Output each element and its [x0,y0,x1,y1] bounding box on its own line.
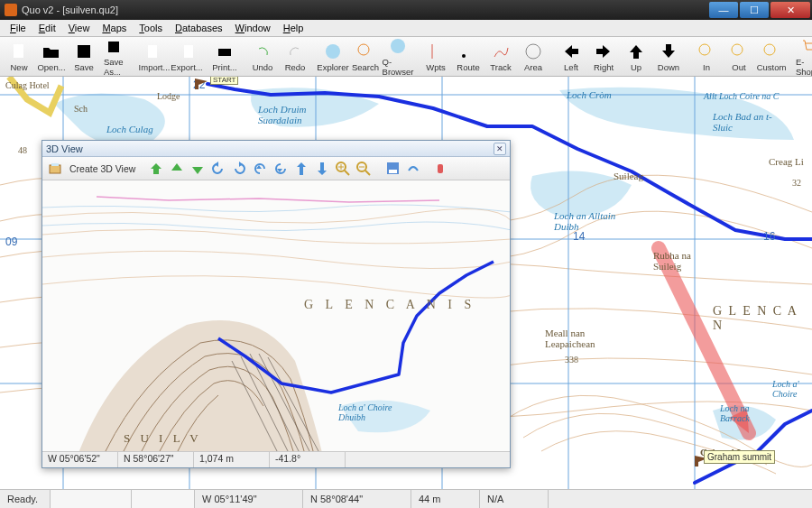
create-3d-view-icon[interactable] [47,161,63,177]
nav-down-icon[interactable] [189,161,206,177]
map-label-culag-hotel: Culag Hotel [5,80,50,90]
menu-maps[interactable]: Maps [96,21,133,35]
toolbar-open-button[interactable]: Open... [36,41,67,73]
map-label-loch-alltain: Loch an Alltain Duibh [554,210,626,232]
window-title: Quo v2 - [suilven.qu2] [22,5,709,15]
zoom-out-icon[interactable] [355,161,372,177]
panel-3d-titlebar[interactable]: 3D View ✕ [42,141,510,157]
elev-up-icon[interactable] [293,161,309,177]
toolbar-out-button[interactable]: Out [724,41,754,73]
menu-tools[interactable]: Tools [133,21,169,35]
map-label-creag-li: Creag Li [769,156,812,167]
svg-rect-0 [14,44,23,58]
create-3d-view-label[interactable]: Create 3D View [69,163,135,174]
toolbar-label: Redo [285,62,306,72]
svg-marker-33 [630,45,642,59]
panel-3d-close-button[interactable]: ✕ [494,143,506,155]
elev-down-icon[interactable] [314,161,330,177]
maximize-button[interactable]: ☐ [740,2,769,18]
toolbar-label: Wpts [426,62,446,72]
map-label-loch-culag: Loch Culag [106,124,153,134]
toolbar-export-button[interactable]: Export... [171,41,202,73]
rotate-right-icon[interactable] [231,161,247,177]
menu-window[interactable]: Window [229,21,277,35]
toolbar-label: Route [457,62,479,72]
toolbar-track-button[interactable]: Track [485,41,516,73]
toolbar-route-button[interactable]: Route [453,41,484,73]
toolbar-in-button[interactable]: In [691,41,722,73]
toolbar-new-button[interactable]: New [4,41,34,73]
svg-rect-66 [51,163,59,166]
svg-point-42 [764,44,775,55]
title-bar: Quo v2 - [suilven.qu2] — ☐ ✕ [0,0,812,20]
menu-databases[interactable]: Databases [169,21,229,35]
close-button[interactable]: ✕ [770,2,810,18]
toolbar-q-browser-button[interactable]: QQ-Browser [383,37,413,77]
status-empty-2 [132,490,195,508]
toolbar-import-button[interactable]: Import... [139,41,170,73]
toolbar-label: E-Shop... [796,57,812,77]
disk-icon [74,42,94,61]
toolbar-label: Right [594,62,614,72]
rotate-left-icon[interactable] [210,161,226,177]
svg-rect-2 [78,45,90,58]
rotate-down-icon[interactable] [272,161,289,177]
toolbar-label: New [10,62,27,72]
settings-icon[interactable] [405,161,421,177]
toolbar-e-shop-button[interactable]: E-Shop... [794,37,812,77]
nav-home-icon[interactable] [148,161,164,177]
toolbar-print-button[interactable]: Print... [209,41,240,73]
menu-help[interactable]: Help [277,21,310,35]
zoom-in-icon[interactable] [335,161,351,177]
menu-edit[interactable]: Edit [32,21,62,35]
toolbar-label: Import... [139,62,171,72]
svg-point-26 [462,54,466,58]
waypoint-start-icon[interactable] [193,77,211,89]
status-bar: Ready. W 05°11'49" N 58°08'44" 44 m N/A [0,489,812,508]
svg-point-20 [358,44,369,55]
svg-rect-65 [50,165,60,173]
status-ready: Ready. [0,490,51,508]
svg-marker-31 [565,45,578,58]
save-view-icon[interactable] [384,161,401,177]
toolbar-search-button[interactable]: Search [350,41,381,73]
toolbar-right-button[interactable]: Right [588,41,619,73]
panel-3d-status-angle: -41.8° [270,452,346,467]
menu-file[interactable]: File [4,21,32,35]
toolbar-up-button[interactable]: Up [621,41,651,73]
panel-3d-view[interactable]: 3D View ✕ Create 3D View [42,140,511,468]
svg-rect-12 [218,49,231,56]
cart-icon [799,37,812,56]
nav-up-icon[interactable] [169,161,185,177]
toolbar-down-button[interactable]: Down [653,41,684,73]
menu-view[interactable]: View [62,21,97,35]
map-viewport[interactable]: Culag Hotel Sch Loch Culag Lodge Loch Dr… [0,77,812,489]
undo-icon [253,42,272,61]
toolbar-label: Export... [171,62,202,72]
panel-3d-canvas[interactable]: G L E N C A N I S S U I L V Loch a' Choi… [42,180,510,451]
globe-pin-icon [323,42,343,61]
zoom-out-icon [729,42,749,61]
minimize-button[interactable]: — [709,2,738,18]
svg-marker-63 [195,79,208,89]
status-lat: N 58°08'44" [303,490,411,508]
map-label-loch-bad: Loch Bad an t-Sluic [713,111,776,133]
svg-point-39 [732,44,743,55]
toolbar-undo-button[interactable]: Undo [247,41,278,73]
zoom-in-icon [697,42,716,61]
svg-point-22: Q [391,39,405,53]
toolbar-save-as-button[interactable]: Save As... [101,37,132,77]
marker-icon[interactable] [434,161,450,177]
toolbar-redo-button[interactable]: Redo [280,41,310,73]
toolbar-explorer-button[interactable]: Explorer [318,41,348,73]
toolbar-left-button[interactable]: Left [556,41,586,73]
toolbar-label: Search [352,62,379,72]
toolbar-label: Out [732,62,745,72]
toolbar-custom-button[interactable]: Custom [756,41,787,73]
map-label-suileag: Suileag [614,171,643,181]
toolbar-area-button[interactable]: Area [518,41,549,73]
status-elev: 44 m [411,490,480,508]
toolbar-wpts-button[interactable]: Wpts [420,41,451,73]
rotate-up-icon[interactable] [252,161,268,177]
toolbar-save-button[interactable]: Save [69,41,99,73]
